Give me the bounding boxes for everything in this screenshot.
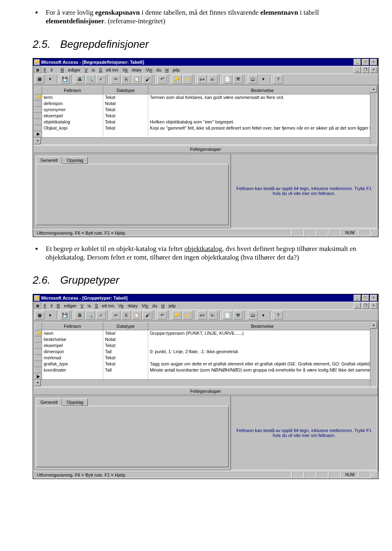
menu-fil[interactable]: Fil xyxy=(44,67,57,72)
grid-row[interactable]: 🔑termTekstTermen som skal forklares, kan… xyxy=(35,94,377,100)
cut-button[interactable]: ✂ xyxy=(111,311,120,320)
dbwindow-drop[interactable]: ▾ xyxy=(258,311,268,320)
grid-row[interactable]: grafisk_typeTekstTagg som avgjør om dett… xyxy=(35,361,377,367)
h-scrollbar[interactable]: ◂▸ xyxy=(34,379,377,386)
grid-row[interactable]: ▶ xyxy=(35,131,377,137)
build-button[interactable]: ⚒ xyxy=(233,311,243,320)
format-button[interactable]: 🖌 xyxy=(143,75,152,84)
menu-vindu[interactable]: Vindu xyxy=(142,303,157,308)
menu-verktoy[interactable]: Verktøy xyxy=(122,67,142,72)
feltegenskaper-label: Feltegenskaper xyxy=(34,387,377,395)
doc-minimize-button[interactable]: _ xyxy=(354,302,361,309)
delete-rows-button[interactable]: ≡- xyxy=(208,75,218,84)
tab-generelt[interactable]: Generelt xyxy=(36,157,62,164)
spell-button[interactable]: ✓ xyxy=(96,311,106,320)
menu-vis[interactable]: Vis xyxy=(85,67,95,72)
v-scrollbar[interactable]: ▴ xyxy=(370,322,377,386)
undo-button[interactable]: ↶ xyxy=(157,311,167,320)
grid-row[interactable]: Objkat_kopiTekstKopi av "gammelt" felt, … xyxy=(35,125,377,131)
doc-restore-button[interactable]: ❐ xyxy=(362,67,369,73)
grid-row[interactable]: ▶ xyxy=(35,373,377,379)
save-button[interactable]: 💾 xyxy=(60,311,70,320)
menu-settinn[interactable]: Sett inn xyxy=(95,303,114,308)
grid-row[interactable]: definisjonNotat xyxy=(35,100,377,106)
doc-minimize-button[interactable]: _ xyxy=(354,67,361,73)
maximize-button[interactable]: □ xyxy=(362,295,369,301)
key-button[interactable]: 🔑 xyxy=(172,311,182,320)
menu-vindu[interactable]: Vindu xyxy=(146,67,161,72)
grid-row[interactable]: koordinaterTallMinste antall koordianter… xyxy=(35,367,377,373)
close-button[interactable]: × xyxy=(370,295,377,301)
minimize-button[interactable]: _ xyxy=(354,59,361,65)
help-button[interactable]: ? xyxy=(273,311,283,320)
doc-close-button[interactable]: × xyxy=(370,302,377,309)
doc-restore-button[interactable]: ❐ xyxy=(362,302,369,309)
menu-vis[interactable]: Vis xyxy=(80,303,91,308)
close-button[interactable]: × xyxy=(370,59,377,65)
menu-rediger[interactable]: Rediger xyxy=(61,67,81,72)
maximize-button[interactable]: □ xyxy=(362,59,369,65)
resize-grip-icon[interactable] xyxy=(371,472,376,478)
tab-generelt[interactable]: Generelt xyxy=(36,399,62,406)
view-dropdown[interactable]: ▾ xyxy=(45,311,55,320)
spell-button[interactable]: ✓ xyxy=(96,75,106,84)
help-button[interactable]: ? xyxy=(273,75,283,84)
design-grid[interactable]: Feltnavn Datatype Beskrivelse 🔑navnTekst… xyxy=(34,322,377,387)
tab-oppslag[interactable]: Oppslag xyxy=(62,399,88,406)
view-button[interactable]: ▦ xyxy=(35,75,45,84)
save-button[interactable]: 💾 xyxy=(60,75,70,84)
grid-row[interactable]: 🔑navnTekstGruppe-typenavn (PUNKT, LINJE,… xyxy=(35,330,377,336)
build-button[interactable]: ⚒ xyxy=(233,75,243,84)
lightning-button[interactable]: ⚡ xyxy=(183,311,192,320)
doc-close-button[interactable]: × xyxy=(370,67,377,73)
preview-button[interactable]: 🔍 xyxy=(85,75,95,84)
grid-row[interactable]: beskrivelseNotat xyxy=(35,336,377,343)
delete-rows-button[interactable]: ≡- xyxy=(208,311,218,320)
menu-rediger[interactable]: Rediger xyxy=(57,303,77,308)
toolbar: ▦ ▾ 💾 🖶 🔍 ✓ ✂ ⎘ 📋 🖌 ↶ 🔑 ⚡ ≡+ ≡- 📄 ⚒ xyxy=(33,309,378,321)
menu-hjelp[interactable]: Hjelp xyxy=(161,303,176,308)
grid-row[interactable]: dimensjonTall0: punkt, 1: Linje, 2:flate… xyxy=(35,349,377,355)
dbwindow-drop[interactable]: ▾ xyxy=(258,75,268,84)
dbwindow-button[interactable]: 🗂 xyxy=(248,311,258,320)
menu-fil[interactable]: Fil xyxy=(44,303,53,308)
v-scrollbar[interactable]: ▴ xyxy=(370,86,377,144)
lightning-button[interactable]: ⚡ xyxy=(183,75,192,84)
grid-row[interactable]: eksempelTekst xyxy=(35,112,377,119)
format-button[interactable]: 🖌 xyxy=(143,311,152,320)
grid-row[interactable]: eksempelTekst xyxy=(35,343,377,349)
view-button[interactable]: ▦ xyxy=(35,311,45,320)
paste-button[interactable]: 📋 xyxy=(132,75,142,84)
properties-button[interactable]: 📄 xyxy=(223,311,232,320)
design-grid[interactable]: Feltnavn Datatype Beskrivelse 🔑termTekst… xyxy=(34,86,377,145)
hint-pane: Feltnavn kan bestå av opptil 64 tegn, in… xyxy=(231,396,377,470)
preview-button[interactable]: 🔍 xyxy=(85,311,95,320)
grid-row[interactable]: synonymerTekst xyxy=(35,106,377,112)
menubar[interactable]: Fil Rediger Vis Sett inn Verktøy Vindu H… xyxy=(43,67,354,72)
grid-row[interactable]: merknadTekst xyxy=(35,355,377,361)
h-scrollbar[interactable]: ◂▸ xyxy=(34,137,377,144)
cut-button[interactable]: ✂ xyxy=(111,75,120,84)
grid-row[interactable]: objektkatalogTekstHvilken objektkatalog … xyxy=(35,119,377,125)
menu-verktoy[interactable]: Verktøy xyxy=(118,303,138,308)
key-button[interactable]: 🔑 xyxy=(172,75,182,84)
paste-button[interactable]: 📋 xyxy=(132,311,142,320)
print-button[interactable]: 🖶 xyxy=(75,311,85,320)
titlebar[interactable]: 🔑 Microsoft Access - [Begrepsdefinisjone… xyxy=(33,58,378,66)
titlebar[interactable]: 🔑 Microsoft Access - [Gruppetyper: Tabel… xyxy=(33,294,378,302)
properties-button[interactable]: 📄 xyxy=(223,75,232,84)
copy-button[interactable]: ⎘ xyxy=(121,75,131,84)
insert-rows-button[interactable]: ≡+ xyxy=(197,75,207,84)
insert-rows-button[interactable]: ≡+ xyxy=(197,311,207,320)
copy-button[interactable]: ⎘ xyxy=(121,311,131,320)
menubar[interactable]: Fil Rediger Vis Sett inn Verktøy Vindu H… xyxy=(43,303,354,308)
dbwindow-button[interactable]: 🗂 xyxy=(248,75,258,84)
menu-settinn[interactable]: Sett inn xyxy=(99,67,118,72)
menu-hjelp[interactable]: Hjelp xyxy=(165,67,180,72)
print-button[interactable]: 🖶 xyxy=(75,75,85,84)
minimize-button[interactable]: _ xyxy=(354,295,361,301)
view-dropdown[interactable]: ▾ xyxy=(45,75,55,84)
tab-oppslag[interactable]: Oppslag xyxy=(62,157,88,164)
undo-button[interactable]: ↶ xyxy=(157,75,167,84)
resize-grip-icon[interactable] xyxy=(371,230,376,236)
